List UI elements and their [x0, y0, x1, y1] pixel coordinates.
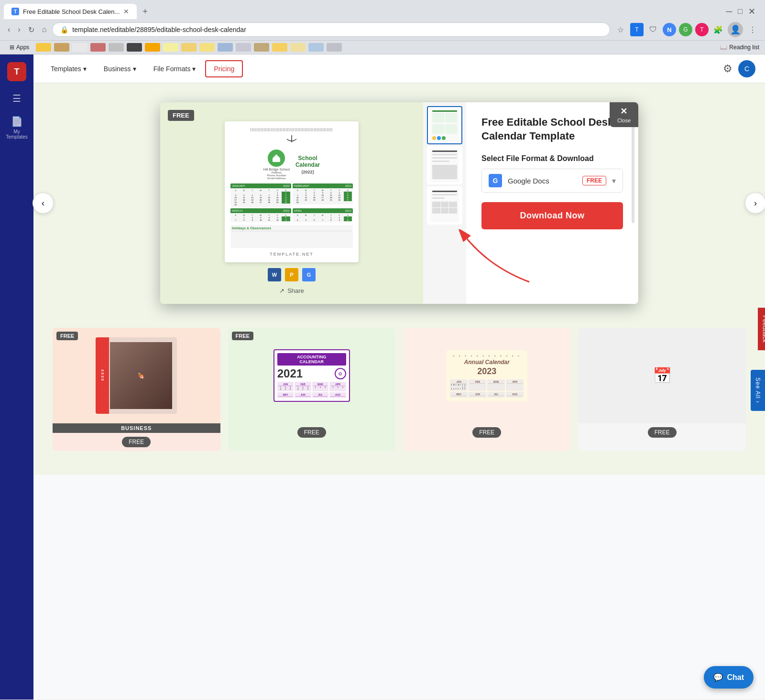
apps-bookmark[interactable]: ⊞ Apps	[6, 43, 33, 52]
home-button[interactable]: ⌂	[40, 23, 49, 36]
google-docs-format-icon[interactable]: G	[302, 268, 316, 281]
modal-preview-area: FREE |||||||||||||||||||||||||||||||||||…	[160, 102, 423, 304]
template-card-business[interactable]: FREE 🍖 2020 BUSINESS	[53, 328, 220, 451]
see-all-button[interactable]: See All ›	[751, 370, 765, 411]
nav-item-templates[interactable]: Templates ▾	[43, 61, 94, 76]
bookmark-swatch-7[interactable]	[145, 43, 160, 52]
bookmark-swatch-14[interactable]	[272, 43, 287, 52]
close-icon[interactable]: ✕	[748, 6, 755, 17]
maximize-icon[interactable]: □	[738, 7, 743, 16]
bookmark-swatch-9[interactable]	[181, 43, 197, 52]
month-mar: MARCH2022 SMTWTFS 123456 78910111213	[230, 208, 291, 222]
modal-prev-button[interactable]: ‹	[33, 193, 54, 214]
format-selector-name: Google Docs	[508, 177, 577, 185]
user-avatar-nav[interactable]: C	[738, 60, 755, 77]
menu-icon: ☰	[12, 93, 21, 104]
svg-rect-0	[273, 158, 280, 162]
bookmark-swatch-8[interactable]	[163, 43, 178, 52]
reload-button[interactable]: ↻	[26, 23, 36, 36]
thumbnail-2[interactable]	[427, 146, 462, 184]
template-watermark: TEMPLATE.NET	[230, 252, 353, 257]
template-card-accounting[interactable]: FREE ACCOUNTINGCALENDAR 2021 ⚙ JAN123456…	[228, 328, 396, 451]
nav-item-file-formats[interactable]: File Formats ▾	[146, 61, 204, 76]
template-card-4[interactable]: 📅 FREE	[579, 328, 746, 451]
nav-item-business[interactable]: Business ▾	[96, 61, 144, 76]
card4-image: 📅	[579, 328, 746, 423]
lock-icon: 🔒	[60, 26, 68, 33]
thumb-inner-1	[430, 108, 459, 142]
thumbnail-1[interactable]	[427, 106, 462, 144]
bookmark-swatch-11[interactable]	[218, 43, 233, 52]
nav-file-formats-arrow: ▾	[192, 65, 196, 73]
bookmark-swatch-2[interactable]	[54, 43, 69, 52]
address-bar[interactable]: 🔒 template.net/editable/28895/editable-s…	[52, 22, 610, 37]
school-name: Hill Bridge School	[263, 168, 290, 171]
sidebar-item-my-templates[interactable]: 📄 MyTemplates	[3, 112, 31, 143]
format-selector[interactable]: G Google Docs FREE ▾	[481, 169, 623, 193]
reading-list[interactable]: 📖 Reading list	[720, 44, 759, 51]
minimize-icon[interactable]: ─	[726, 7, 732, 17]
card4-placeholder-icon: 📅	[653, 366, 672, 385]
bookmark-icon[interactable]: ☆	[614, 23, 627, 36]
browser-tab[interactable]: T Free Editable School Desk Calen... ✕	[4, 4, 137, 19]
bookmark-swatch-4[interactable]	[90, 43, 106, 52]
calendar-months-grid: JANUARY2022 SMTWTFS 12 3456789 10111213	[230, 183, 353, 222]
more-menu-button[interactable]: ⋮	[746, 23, 759, 36]
bookmark-swatch-17[interactable]	[327, 43, 342, 52]
month-jan: JANUARY2022 SMTWTFS 12 3456789 10111213	[230, 183, 291, 207]
annual-card-image: ▲ ▲ ▲ ▲ ▲ ▲ ▲ ▲ ▲ ▲ ▲ ▲ Annual Calendar …	[446, 350, 527, 401]
bookmark-swatch-15[interactable]	[290, 43, 306, 52]
sidebar-logo[interactable]: T	[7, 62, 26, 81]
apps-label: Apps	[16, 44, 29, 51]
annual-card-bottom: FREE	[403, 423, 571, 442]
modal-close-button[interactable]: ✕ Close	[610, 102, 638, 127]
month-april: APRIL2022 SMTWTFS 123 45678910	[293, 208, 353, 222]
calendar-header: Hill Bridge School Address Phone Number …	[230, 150, 353, 180]
bookmark-swatch-12[interactable]	[236, 43, 251, 52]
format-selector-icon: G	[489, 174, 502, 187]
thumb-inner-2	[430, 149, 459, 182]
arrow-annotation	[481, 229, 623, 287]
bookmark-swatch-1[interactable]	[36, 43, 51, 52]
reading-list-label: Reading list	[729, 44, 759, 51]
share-button[interactable]: ↗ Share	[279, 287, 304, 294]
tab-close-button[interactable]: ✕	[123, 8, 129, 15]
word-format-icon[interactable]: W	[268, 268, 281, 281]
modal-next-button[interactable]: ›	[745, 193, 765, 214]
sidebar: T ☰ 📄 MyTemplates	[0, 54, 33, 700]
new-tab-button[interactable]: +	[139, 5, 152, 19]
download-now-button[interactable]: Download Now	[481, 202, 623, 229]
bookmark-swatch-5[interactable]	[109, 43, 124, 52]
nav-pricing-label: Pricing	[214, 65, 234, 73]
share-icon: ↗	[279, 287, 284, 294]
sidebar-item-label: MyTemplates	[6, 129, 28, 140]
template-card-annual[interactable]: ▲ ▲ ▲ ▲ ▲ ▲ ▲ ▲ ▲ ▲ ▲ ▲ Annual Calendar …	[403, 328, 571, 451]
bookmark-swatch-6[interactable]	[127, 43, 142, 52]
extension-icon-3[interactable]: N	[663, 23, 676, 36]
extension-icon-4[interactable]: G	[679, 23, 692, 36]
business-card-bottom: FREE	[53, 433, 220, 451]
nav-business-label: Business	[104, 65, 131, 73]
back-button[interactable]: ‹	[6, 23, 12, 36]
bookmark-swatch-16[interactable]	[308, 43, 324, 52]
calendar-preview: ||||||||||||||||||||||||||||||||||||||||…	[225, 121, 359, 262]
accounting-card-image: ACCOUNTINGCALENDAR 2021 ⚙ JAN123456 FEB1…	[273, 349, 350, 402]
bookmark-swatch-13[interactable]	[254, 43, 269, 52]
arrow-svg	[453, 229, 548, 287]
bookmark-swatch-10[interactable]	[199, 43, 215, 52]
forward-button[interactable]: ›	[16, 23, 22, 36]
thumbnail-3[interactable]	[427, 186, 462, 225]
extension-icon-5[interactable]: T	[695, 23, 709, 36]
extension-icon-2[interactable]: 🛡	[646, 23, 660, 36]
feedback-tab[interactable]: Feedback	[758, 307, 765, 350]
user-avatar[interactable]: 👤	[728, 22, 743, 37]
sidebar-item-menu[interactable]: ☰	[3, 89, 31, 108]
extension-icon-1[interactable]: T	[630, 23, 644, 36]
bookmark-swatch-3[interactable]	[72, 43, 87, 52]
nav-item-pricing[interactable]: Pricing	[205, 60, 243, 77]
chat-button[interactable]: 💬 Chat	[704, 666, 754, 689]
tab-favicon: T	[11, 8, 19, 15]
pages-format-icon[interactable]: P	[285, 268, 298, 281]
settings-icon[interactable]: ⚙	[723, 63, 732, 75]
extensions-button[interactable]: 🧩	[711, 23, 725, 36]
